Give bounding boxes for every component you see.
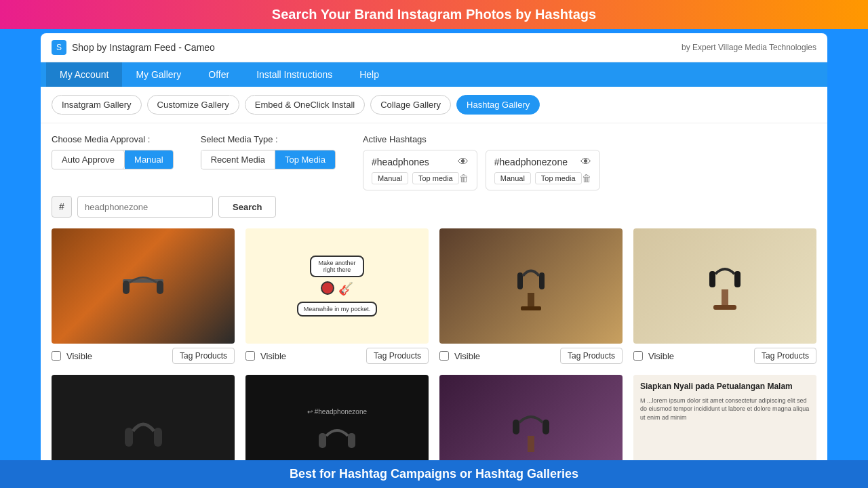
trash-icon-2[interactable]: 🗑 — [582, 173, 591, 184]
tag-products-btn-2[interactable]: Tag Products — [366, 348, 429, 364]
image-controls-4: Visible Tag Products — [633, 348, 816, 364]
recent-media-btn[interactable]: Recent Media — [201, 150, 275, 169]
visible-label-4: Visible — [648, 351, 749, 361]
subnav-instagram-gallery[interactable]: Insatgram Gallery — [52, 95, 142, 115]
nav-item-help[interactable]: Help — [346, 62, 393, 87]
active-hashtags-label: Active Hashtags — [363, 134, 816, 144]
svg-rect-10 — [734, 271, 741, 287]
image-wrapper-3 — [439, 228, 623, 344]
nav-item-install-instructions[interactable]: Install Instructions — [243, 62, 346, 87]
hashtag-tags-list: #headphones 👁 Manual Top media 🗑 — [363, 150, 816, 190]
image-wrapper-4 — [633, 228, 816, 344]
app-credit: by Expert Village Media Technologies — [682, 43, 816, 52]
trash-icon-1[interactable]: 🗑 — [459, 173, 469, 184]
hashtag-name-2: #headphonezone — [494, 157, 568, 167]
hashtag-name-1: #headphones — [372, 157, 429, 167]
eye-icon-1[interactable]: 👁 — [458, 156, 469, 168]
svg-rect-15 — [528, 436, 534, 452]
nav-bar: My Account My Gallery Offer Install Inst… — [41, 62, 827, 87]
nav-item-offer[interactable]: Offer — [195, 62, 243, 87]
visible-checkbox-2[interactable] — [245, 351, 255, 361]
svg-rect-1 — [123, 281, 130, 294]
visible-checkbox-4[interactable] — [633, 351, 643, 361]
svg-rect-4 — [521, 306, 541, 310]
visible-label-1: Visible — [66, 351, 167, 361]
media-approval-toggle: Auto Approve Manual — [52, 150, 174, 169]
logo-icon: S — [52, 40, 66, 55]
image-controls-3: Visible Tag Products — [439, 348, 623, 364]
image-grid: Visible Tag Products Make another right … — [52, 228, 816, 364]
visible-checkbox-1[interactable] — [52, 351, 61, 361]
media-approval-group: Choose Media Approval : Auto Approve Man… — [52, 134, 174, 190]
image-item-4: Visible Tag Products — [633, 228, 816, 364]
top-banner-text: Search Your Brand Instagram Photos by Ha… — [272, 7, 596, 22]
svg-rect-8 — [713, 305, 736, 310]
top-controls-row: Choose Media Approval : Auto Approve Man… — [52, 134, 816, 190]
image-controls-1: Visible Tag Products — [52, 348, 235, 364]
nav-item-my-account[interactable]: My Account — [46, 62, 122, 87]
hashtag-card-headphonezone: #headphonezone 👁 Manual Top media 🗑 — [486, 150, 600, 190]
image-item-1: Visible Tag Products — [52, 228, 235, 364]
hashtag-topmedia-btn-1[interactable]: Top media — [412, 172, 459, 184]
subnav-customize-gallery[interactable]: Customize Gallery — [147, 95, 239, 115]
main-container: S Shop by Instagram Feed - Cameo by Expe… — [41, 33, 827, 488]
content-area: Choose Media Approval : Auto Approve Man… — [41, 123, 827, 488]
visible-checkbox-3[interactable] — [439, 351, 449, 361]
search-input[interactable] — [77, 196, 213, 218]
bottom-banner: Best for Hashtag Campaigns or Hashtag Ga… — [0, 460, 868, 488]
tag-products-btn-3[interactable]: Tag Products — [560, 348, 623, 364]
image-wrapper-2: Make another right there 🎸 Meanwhile in … — [245, 228, 429, 344]
svg-rect-12 — [154, 428, 162, 447]
visible-label-3: Visible — [454, 351, 555, 361]
media-type-label: Select Media Type : — [201, 134, 336, 144]
media-approval-label: Choose Media Approval : — [52, 134, 174, 144]
media-type-group: Select Media Type : Recent Media Top Med… — [201, 134, 336, 190]
svg-rect-16 — [513, 420, 519, 434]
top-banner: Search Your Brand Instagram Photos by Ha… — [0, 0, 868, 29]
bottom-banner-text: Best for Hashtag Campaigns or Hashtag Ga… — [290, 467, 578, 481]
svg-rect-2 — [157, 281, 163, 294]
image-item-3: Visible Tag Products — [439, 228, 623, 364]
manual-btn[interactable]: Manual — [125, 150, 173, 169]
subnav-embed-oneclick[interactable]: Embed & OneClick Install — [245, 95, 365, 115]
media-type-toggle: Recent Media Top Media — [201, 150, 336, 169]
svg-rect-9 — [709, 271, 715, 287]
app-header: S Shop by Instagram Feed - Cameo by Expe… — [41, 33, 827, 62]
tag-products-btn-4[interactable]: Tag Products — [754, 348, 816, 364]
eye-icon-2[interactable]: 👁 — [580, 156, 591, 168]
tag-products-btn-1[interactable]: Tag Products — [172, 348, 235, 364]
image-wrapper-1 — [52, 228, 235, 344]
auto-approve-btn[interactable]: Auto Approve — [52, 150, 125, 169]
hashtag-manual-btn-1[interactable]: Manual — [372, 172, 408, 184]
newspaper-title: Siapkan Nyali pada Petualangan Malam — [640, 382, 810, 392]
search-button[interactable]: Search — [218, 196, 276, 218]
svg-rect-13 — [319, 433, 326, 448]
nav-item-my-gallery[interactable]: My Gallery — [122, 62, 195, 87]
image-controls-2: Visible Tag Products — [245, 348, 429, 364]
newspaper-body: M ...lorem ipsum dolor sit amet consecte… — [640, 396, 810, 422]
top-media-btn[interactable]: Top Media — [275, 150, 335, 169]
svg-rect-14 — [348, 433, 355, 448]
svg-rect-17 — [542, 420, 549, 434]
app-logo: S Shop by Instagram Feed - Cameo — [52, 40, 215, 55]
subnav-hashtag-gallery[interactable]: Hashtag Gallery — [456, 95, 540, 115]
sub-nav: Insatgram Gallery Customize Gallery Embe… — [41, 87, 827, 123]
app-name: Shop by Instagram Feed - Cameo — [72, 42, 215, 53]
search-row: # Search — [52, 196, 816, 218]
visible-label-2: Visible — [260, 351, 361, 361]
subnav-collage-gallery[interactable]: Collage Gallery — [370, 95, 451, 115]
hashtag-topmedia-btn-2[interactable]: Top media — [535, 172, 582, 184]
hashtag-card-headphones: #headphones 👁 Manual Top media 🗑 — [363, 150, 477, 190]
hashtag-manual-btn-2[interactable]: Manual — [494, 172, 531, 184]
hashtag-prefix: # — [52, 196, 72, 218]
svg-rect-11 — [125, 428, 133, 447]
active-hashtags-section: Active Hashtags #headphones 👁 Manual Top… — [363, 134, 816, 190]
image-item-2: Make another right there 🎸 Meanwhile in … — [245, 228, 429, 364]
